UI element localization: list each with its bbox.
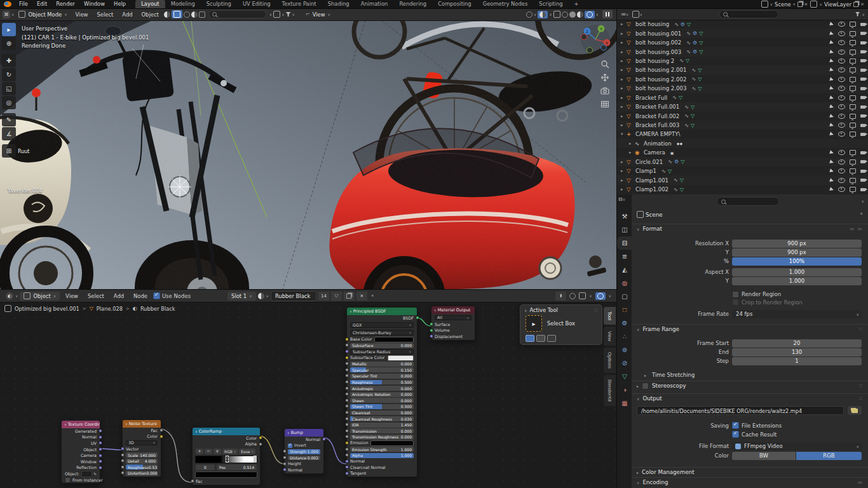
snapping-icon[interactable] (569, 293, 576, 299)
sidebar-tab[interactable]: Options (604, 348, 616, 373)
object-name[interactable]: Bracket Full.003 (635, 122, 679, 128)
hide-viewport-eye-icon[interactable] (838, 114, 845, 119)
selectable-toggle-icon[interactable] (829, 40, 834, 45)
input-socket[interactable] (345, 386, 349, 390)
subsurface-radius-dropdown[interactable]: Subsurface Radius∨ (350, 349, 414, 355)
properties-tab[interactable]: ▦ (617, 396, 632, 410)
hide-viewport-eye-icon[interactable] (838, 123, 845, 128)
node-slider[interactable]: Clearcoat Roughness0.030 (350, 416, 414, 421)
frame-step-field[interactable]: 1 (732, 357, 862, 365)
workspace-tab[interactable]: Rendering (393, 0, 432, 8)
use-nodes-checkbox[interactable] (153, 292, 160, 299)
format-panel-header[interactable]: ∨Format≔ ≕ (632, 224, 868, 233)
node-slider[interactable]: Distance0.002 (288, 456, 320, 461)
selectable-toggle-icon[interactable] (829, 22, 834, 27)
disable-render-camera-icon[interactable] (860, 87, 865, 90)
hide-viewport-eye-icon[interactable] (838, 150, 845, 155)
shader-type-selector[interactable]: Object∨ (20, 292, 60, 301)
node-slider[interactable]: Emission Strength1.000 (350, 447, 414, 452)
object-name[interactable]: bolt housing 2.003 (635, 85, 686, 92)
object-name[interactable]: bolt housing (635, 21, 669, 27)
input-socket[interactable] (283, 462, 287, 466)
properties-tab[interactable]: ⊚ (617, 343, 632, 356)
outliner-row[interactable]: ▸ Clamp1.001 ∿ ⚙ ▽ (617, 175, 868, 184)
node-slider[interactable]: Specular Tint0.000 (350, 374, 414, 379)
node-slider[interactable]: Anisotropic0.000 (350, 386, 414, 391)
disable-render-camera-icon[interactable] (860, 32, 865, 35)
hide-viewport-eye-icon[interactable] (838, 77, 845, 82)
transform-orientation-dropdown[interactable]: ⌐ View∨ (302, 11, 334, 18)
workspace-tab[interactable]: Geometry Nodes (477, 0, 534, 8)
node-material-output[interactable]: ∨Material Output All∨ Surface Volume Dis… (431, 306, 475, 341)
pin-id-icon[interactable]: ⌖ (860, 211, 863, 217)
disable-render-camera-icon[interactable] (860, 23, 865, 26)
workspace-tab[interactable]: Sculpting (201, 0, 237, 8)
object-id-field[interactable] (81, 471, 92, 477)
fake-user-shield-icon[interactable]: ⛉ (331, 292, 342, 301)
expand-arrow-icon[interactable]: ▸ (621, 178, 627, 183)
subsurface-method-dropdown[interactable]: Christensen-Burley∨ (350, 330, 414, 336)
disable-render-camera-icon[interactable] (860, 78, 865, 81)
expand-arrow-icon[interactable]: ▸ (621, 22, 627, 27)
output-socket[interactable] (98, 466, 102, 470)
object-name[interactable]: bolt housing 2.002 (635, 76, 686, 83)
shading-material-icon[interactable] (577, 11, 583, 18)
add-stop-button[interactable]: + (196, 449, 203, 454)
hide-viewport-eye-icon[interactable] (838, 132, 845, 137)
properties-tab[interactable]: ≣ (617, 250, 632, 263)
disable-viewports-icon[interactable] (850, 168, 856, 173)
eyedropper-icon[interactable]: ✎ (93, 471, 97, 476)
input-socket[interactable] (345, 368, 349, 372)
properties-tab[interactable]: ▽ (617, 370, 632, 383)
outliner-display-mode-icon[interactable]: ≔ (621, 11, 626, 17)
disable-render-camera-icon[interactable] (860, 151, 865, 154)
interpolation-dropdown[interactable]: Ease∨ (239, 449, 255, 454)
node-color-ramp[interactable]: ∨ColorRamp Color Alpha + − ∨ RGB∨ Ease∨ … (192, 427, 261, 485)
workspace-tab[interactable]: Modeling (165, 0, 201, 8)
node-principled-bsdf[interactable]: ∨Principled BSDF BSDF GGX∨ Christensen-B… (346, 307, 417, 477)
material-name-field[interactable]: Rubber Black (271, 291, 316, 301)
new-scene-icon[interactable] (797, 2, 803, 7)
output-socket[interactable] (98, 454, 102, 458)
new-view-layer-icon[interactable] (853, 2, 858, 7)
disable-render-camera-icon[interactable] (860, 133, 865, 136)
properties-tab[interactable]: ⚙ (617, 316, 632, 330)
editor-type-properties-icon[interactable]: ⊟∨ (618, 196, 625, 202)
shader-menu[interactable]: View (62, 293, 82, 299)
properties-tab[interactable]: ∴ (617, 330, 632, 343)
open-file-browser-button[interactable] (848, 406, 862, 415)
shading-rendered-button[interactable] (585, 11, 595, 18)
topbar-menu[interactable]: Window (79, 0, 109, 8)
input-socket[interactable] (345, 453, 349, 457)
stop-position-field[interactable]: Pos0.514 (217, 464, 257, 470)
shading-wireframe-icon[interactable] (562, 11, 568, 18)
expand-arrow-icon[interactable]: ▸ (621, 50, 627, 55)
outliner-row[interactable]: ▸ Bracket Full.001 ∿ ⚙ ▽ (617, 102, 868, 111)
input-socket[interactable] (121, 447, 125, 451)
hide-viewport-eye-icon[interactable] (838, 159, 845, 165)
properties-tab[interactable]: ◍ (617, 276, 632, 290)
input-socket[interactable] (345, 392, 349, 396)
input-socket[interactable] (430, 329, 433, 332)
viewport-menu[interactable]: Object (138, 11, 163, 18)
node-canvas[interactable]: Optimized big bevel.001 > ▽ Plane.028 > … (0, 302, 616, 488)
viewport-3d[interactable]: User Perspective (121) CAR 1 - E-bike | … (0, 20, 616, 289)
disable-viewports-icon[interactable] (850, 123, 856, 128)
selectable-toggle-icon[interactable] (829, 77, 834, 82)
properties-options-caret[interactable]: ∨ (862, 199, 864, 203)
node-bump[interactable]: ∨Bump Normal Invert Strength1.000 Distan… (284, 428, 324, 474)
disable-viewports-icon[interactable] (850, 86, 856, 91)
outliner-row[interactable]: ▸ bolt housing.002 ∿ ⚙ ▽ (617, 38, 868, 47)
selectable-toggle-icon[interactable] (829, 159, 834, 165)
xray-toggle-icon[interactable] (553, 11, 560, 18)
disable-viewports-icon[interactable] (850, 77, 856, 82)
disable-render-camera-icon[interactable] (860, 124, 865, 127)
topbar-menu[interactable]: Edit (32, 0, 51, 8)
stereoscopy-checkbox[interactable] (642, 383, 649, 390)
disable-viewports-icon[interactable] (850, 50, 856, 55)
disable-render-camera-icon[interactable] (860, 160, 865, 163)
hide-viewport-eye-icon[interactable] (838, 168, 845, 173)
hide-viewport-eye-icon[interactable] (838, 104, 845, 109)
properties-tab[interactable]: ◫ (617, 223, 632, 236)
new-material-copy-icon[interactable] (344, 292, 355, 301)
